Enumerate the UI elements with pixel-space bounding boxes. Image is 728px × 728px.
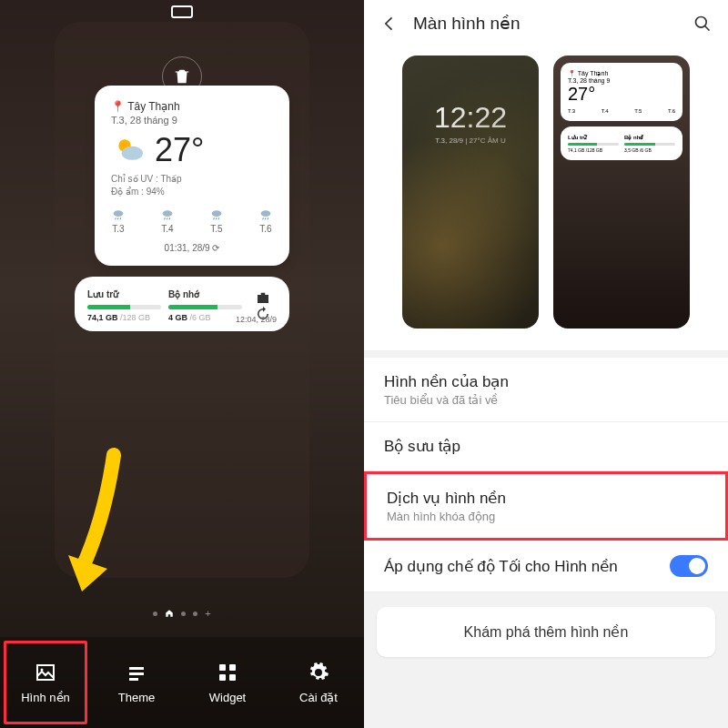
svg-point-4 xyxy=(212,210,222,217)
lock-time: 12:22 xyxy=(434,101,507,135)
svg-rect-8 xyxy=(229,664,236,671)
wallpaper-settings-panel: Màn hình nền 12:22 T.3, 28/9 | 27°C ÂM U… xyxy=(364,0,728,728)
add-page-icon[interactable]: + xyxy=(205,608,210,619)
toolbox-icon xyxy=(255,289,271,306)
home-icon xyxy=(165,609,174,618)
forecast-row: T.3 T.4 T.5 T.6 xyxy=(111,207,273,234)
nav-widget[interactable]: Widget xyxy=(182,637,273,728)
item-wallpaper-service[interactable]: Dịch vụ hình nền Màn hình khóa động xyxy=(364,471,728,541)
brush-icon xyxy=(126,662,147,683)
page-indicator[interactable]: + xyxy=(0,608,364,619)
memory-label: Bộ nhớ xyxy=(168,289,242,299)
weather-date: T.3, 28 tháng 9 xyxy=(111,115,273,126)
wallpaper-previews: 12:22 T.3, 28/9 | 27°C ÂM U 📍 Tây Thạnh … xyxy=(364,46,728,350)
weather-location: 📍 Tây Thạnh xyxy=(111,100,273,113)
widget-icon xyxy=(217,662,238,683)
svg-point-5 xyxy=(261,210,271,217)
mini-weather: 📍 Tây Thạnh T.3, 28 tháng 9 27° T.3T.4T.… xyxy=(561,63,682,121)
rain-icon xyxy=(111,207,126,222)
page-title: Màn hình nền xyxy=(413,13,679,34)
item-your-wallpapers[interactable]: Hình nền của bạn Tiêu biểu và đã tải về xyxy=(364,358,728,422)
search-icon[interactable] xyxy=(693,15,712,33)
homescreen-preview[interactable]: 📍 Tây Thạnh T.3, 28 tháng 9 27° Chỉ số U… xyxy=(55,22,309,578)
storage-widget[interactable]: Lưu trữ 74,1 GB /128 GB Bộ nhớ 4 GB /6 G… xyxy=(75,277,289,331)
storage-updated: 12:04, 28/9 xyxy=(236,315,277,324)
rain-icon xyxy=(160,207,175,222)
lock-date: T.3, 28/9 | 27°C ÂM U xyxy=(435,136,505,145)
rain-icon xyxy=(209,207,224,222)
gear-icon xyxy=(308,662,329,683)
nav-theme[interactable]: Theme xyxy=(91,637,182,728)
home-editor-panel: 📍 Tây Thạnh T.3, 28 tháng 9 27° Chỉ số U… xyxy=(0,0,364,728)
svg-point-11 xyxy=(696,16,707,27)
mini-storage: Lưu trữ74,1 GB /128 GB Bộ nhớ3,5 GB /6 G… xyxy=(561,126,682,160)
svg-point-1 xyxy=(122,147,143,160)
settings-list: Hình nền của bạn Tiêu biểu và đã tải về … xyxy=(364,358,728,592)
annotation-highlight xyxy=(4,641,87,724)
frame-hint xyxy=(171,5,193,18)
weather-updated: 01:31, 28/9 ⟳ xyxy=(111,243,273,253)
weather-uv: Chỉ số UV : Thấp xyxy=(111,173,273,186)
nav-wallpaper[interactable]: Hình nền xyxy=(0,637,91,728)
item-collection[interactable]: Bộ sưu tập xyxy=(364,422,728,471)
weather-widget[interactable]: 📍 Tây Thạnh T.3, 28 tháng 9 27° Chỉ số U… xyxy=(95,86,289,266)
editor-bottom-nav: Hình nền Theme Widget Cài đặt xyxy=(0,637,364,728)
explore-more-button[interactable]: Khám phá thêm hình nền xyxy=(377,607,715,657)
svg-point-2 xyxy=(114,210,124,217)
sun-cloud-icon xyxy=(111,132,147,168)
homescreen-preview-small[interactable]: 📍 Tây Thạnh T.3, 28 tháng 9 27° T.3T.4T.… xyxy=(553,56,690,329)
dark-mode-toggle[interactable] xyxy=(670,555,708,577)
storage-label: Lưu trữ xyxy=(87,289,161,299)
item-dark-mode-wallpaper[interactable]: Áp dụng chế độ Tối cho Hình nền xyxy=(364,541,728,592)
svg-point-3 xyxy=(163,210,173,217)
back-icon[interactable] xyxy=(380,15,399,33)
svg-rect-9 xyxy=(219,674,226,681)
weather-humidity: Độ ẩm : 94% xyxy=(111,186,273,198)
lockscreen-preview[interactable]: 12:22 T.3, 28/9 | 27°C ÂM U xyxy=(402,56,539,329)
header: Màn hình nền xyxy=(364,0,728,46)
svg-rect-10 xyxy=(229,674,236,681)
rain-icon xyxy=(258,207,273,222)
svg-rect-7 xyxy=(219,664,226,671)
weather-temp: 27° xyxy=(155,131,204,169)
nav-settings[interactable]: Cài đặt xyxy=(273,637,364,728)
